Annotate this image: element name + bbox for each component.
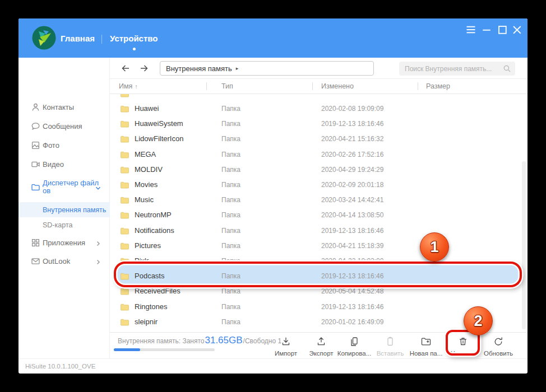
- file-name: Pictures: [135, 241, 161, 250]
- video-icon: [31, 160, 40, 169]
- file-row-movies[interactable]: MoviesПапка2020-02-09 20:01:18: [110, 177, 528, 192]
- file-modified: 2020-05-04 14:52:48: [321, 287, 383, 295]
- minimize-icon[interactable]: [480, 23, 493, 36]
- chevron-right-icon: [95, 239, 101, 246]
- copy-button[interactable]: Копирова...: [336, 336, 372, 358]
- file-modified: 2020-02-09 20:01:18: [321, 181, 383, 189]
- file-type: Папка: [221, 105, 240, 113]
- messages-icon: [31, 122, 40, 131]
- file-row-notifications[interactable]: NotificationsПапка2019-12-13 18:16:46: [110, 223, 528, 238]
- column-header-type[interactable]: Тип: [221, 82, 233, 90]
- file-type: Папка: [221, 303, 240, 311]
- folder-icon: [121, 105, 129, 112]
- action-label: Копирова...: [336, 350, 372, 357]
- file-modified: 2020-04-14 13:08:50: [321, 211, 383, 219]
- sidebar-subitem-label: SD-карта: [43, 221, 72, 229]
- file-row-neutronmp[interactable]: NeutronMPПапка2020-04-14 13:08:50: [110, 207, 528, 222]
- window-footer: HiSuite 10.0.1.100_OVE: [18, 358, 528, 374]
- tab-device[interactable]: Устройство: [110, 34, 158, 43]
- sidebar-item-label: Контакты: [43, 103, 74, 111]
- file-type: Папка: [221, 151, 240, 158]
- file-name: LidowFilterIcon: [135, 134, 183, 143]
- column-header-size[interactable]: Размер: [426, 82, 450, 90]
- sidebar-item-apps[interactable]: Приложения: [18, 233, 110, 252]
- folder-icon: [121, 211, 129, 218]
- column-divider: [206, 82, 207, 90]
- file-row-huawei[interactable]: HuaweiПапка2020-02-08 19:09:09: [110, 101, 528, 116]
- partially-scrolled-row: [121, 94, 129, 99]
- sidebar-subitem-sd-card[interactable]: SD-карта: [18, 217, 110, 232]
- copy-icon: [349, 336, 360, 347]
- file-row-lidowfiltericon[interactable]: LidowFilterIconПапка2020-04-21 15:16:32: [110, 131, 528, 146]
- file-type: Папка: [221, 211, 240, 219]
- sidebar-item-label: Видео: [43, 160, 64, 169]
- breadcrumb[interactable]: Внутренняя память ▸: [160, 61, 374, 76]
- storage-progress-track: [114, 348, 215, 351]
- menu-icon[interactable]: [464, 23, 478, 36]
- action-label: Экспорт: [303, 350, 339, 357]
- file-row-ringtones[interactable]: RingtonesПапка2019-12-13 18:16:46: [110, 299, 528, 314]
- column-header-modified[interactable]: Изменено: [321, 82, 354, 90]
- file-type: Папка: [221, 287, 240, 295]
- file-row-huaweisystem[interactable]: HuaweiSystemПапка2019-12-13 18:16:46: [110, 116, 528, 131]
- file-name: HuaweiSystem: [135, 119, 183, 128]
- folder-icon: [121, 227, 129, 234]
- contacts-icon: [31, 102, 40, 112]
- annotation-box-selected-row: [114, 262, 522, 287]
- new-folder-button[interactable]: Новая па...: [408, 336, 444, 358]
- close-icon[interactable]: [510, 23, 524, 36]
- sidebar-item-outlook[interactable]: OutLook: [18, 251, 110, 270]
- sidebar-item-label: Диспетчер файлов: [43, 179, 100, 195]
- folder-icon: [121, 303, 129, 310]
- app-header: Главная Устройство: [18, 18, 528, 58]
- back-button[interactable]: [119, 62, 132, 74]
- app-version: HiSuite 10.0.1.100_OVE: [25, 363, 95, 370]
- outlook-icon: [31, 256, 40, 266]
- sidebar-item-contacts[interactable]: Контакты: [18, 97, 110, 116]
- maximize-icon[interactable]: [496, 23, 509, 36]
- file-type: Папка: [221, 181, 240, 189]
- sidebar-item-label: Фото: [43, 141, 59, 150]
- breadcrumb-caret-icon: ▸: [236, 66, 239, 71]
- sidebar-item-videos[interactable]: Видео: [18, 155, 110, 174]
- folder-icon: [31, 183, 40, 192]
- sidebar-item-label: Приложения: [43, 239, 85, 247]
- file-name: Huawei: [135, 104, 159, 113]
- storage-summary: Внутренняя память: Занято 31.65GB /Свобо…: [118, 335, 281, 346]
- file-row-mega[interactable]: MEGAПапка2020-02-26 17:52:16: [110, 147, 528, 162]
- file-row-moldiv[interactable]: MOLDIVПапка2020-04-29 19:24:29: [110, 162, 528, 177]
- file-type: Папка: [221, 227, 240, 235]
- file-name: sleipnir: [135, 318, 158, 326]
- sidebar-subitem-internal-storage[interactable]: Внутренняя память: [18, 202, 110, 217]
- search-icon: [503, 64, 511, 73]
- file-name: ReceivedFiles: [135, 287, 181, 295]
- annotation-step-2-number: 2: [474, 312, 482, 330]
- export-button[interactable]: Экспорт: [303, 336, 339, 358]
- file-row-pictures[interactable]: PicturesПапка2020-04-21 15:18:39: [110, 238, 528, 253]
- sidebar-item-messages[interactable]: Сообщения: [18, 116, 110, 136]
- tab-home[interactable]: Главная: [61, 34, 95, 43]
- forward-button[interactable]: [138, 62, 150, 74]
- file-type: Папка: [221, 318, 240, 326]
- file-modified: 2019-12-13 18:16:46: [321, 303, 383, 311]
- storage-progress-fill: [114, 348, 140, 351]
- file-row-music[interactable]: MusicПапка2020-03-24 14:42:41: [110, 192, 528, 207]
- sidebar-item-photos[interactable]: Фото: [18, 136, 110, 155]
- import-button[interactable]: Импорт: [268, 336, 304, 358]
- file-modified: 2020-01-02 16:49:09: [321, 318, 383, 326]
- annotation-step-2-badge: 2: [464, 306, 493, 335]
- hisuite-window: Главная Устройство КонтактыСообщенияФото…: [18, 18, 528, 374]
- table-header: Имя↑ Тип Изменено Размер: [110, 79, 528, 94]
- sidebar-item-file-manager[interactable]: Диспетчер файлов: [18, 174, 110, 200]
- action-label: Вставить: [372, 350, 408, 357]
- file-modified: 2020-02-26 17:52:16: [321, 151, 383, 158]
- refresh-button[interactable]: Обновить: [480, 336, 516, 358]
- column-header-name[interactable]: Имя↑: [119, 82, 138, 90]
- folder-icon: [121, 135, 129, 142]
- file-type: Папка: [221, 242, 240, 250]
- search-input[interactable]: [399, 62, 515, 76]
- file-modified: 2020-03-24 14:42:41: [321, 196, 383, 204]
- action-label: Новая па...: [408, 350, 444, 357]
- file-modified: 2020-02-08 19:09:09: [321, 105, 383, 113]
- file-type: Папка: [221, 120, 240, 128]
